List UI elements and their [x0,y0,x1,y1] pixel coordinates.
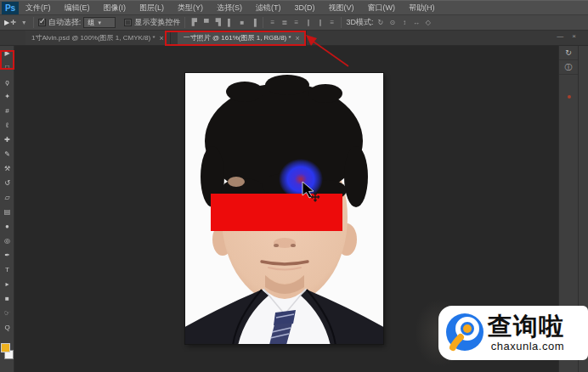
distribute-right-icon[interactable]: ≡ [327,19,336,26]
annotation-box-active-tab [165,31,306,46]
chaxunla-logo-icon [444,312,486,354]
tools-panel: ▶ □ ϙ ✦ # ℓ ✚ ✎ ⚒ ↺ ▱ ▤ ● ◎ ✒ T ▸ ■ ☞ Q [0,46,14,372]
tool-preset-dropdown-icon[interactable]: ▾ [20,19,29,26]
3d-rotate-icon[interactable]: ↻ [376,19,385,26]
minimize-icon[interactable]: — [557,32,563,40]
show-transform-checkbox[interactable] [124,19,132,26]
checkmark-icon: ✓ [39,16,46,25]
blue-paint-blob [279,158,323,199]
align-right-icon[interactable]: ▜ [213,19,223,26]
3d-scale-icon[interactable]: ◇ [423,19,433,26]
photoshop-window: Ps 文件(F) 编辑(E) 图像(I) 图层(L) 类型(Y) 选择(S) 滤… [0,0,588,372]
red-censor-bar [211,194,342,231]
document-tab-1-label: 1寸Alvin.psd @ 100%(图层 1, CMYK/8) * [31,33,155,42]
path-selection-tool[interactable]: ▸ [0,277,14,291]
eyedropper-tool[interactable]: ℓ [0,118,14,132]
auto-select-checkbox[interactable]: ✓ [38,19,46,26]
red-dot-artifact [568,95,571,99]
portrait-photo [185,73,383,344]
healing-brush-tool[interactable]: ✚ [0,132,14,147]
distribute-bottom-icon[interactable]: ≡ [291,19,301,26]
history-brush-tool[interactable]: ↺ [0,176,14,190]
watermark-site-domain: chaxunla.com [491,340,564,352]
auto-select-label: 自动选择: [48,17,82,28]
lasso-tool[interactable]: ϙ [0,75,14,89]
auto-select-target-dropdown[interactable]: 组 ▾ [83,17,116,28]
info-panel-icon[interactable]: ⓘ [559,60,578,75]
tool-options-bar: ▶✛ ▾ ✓ 自动选择: 组 ▾ 显示变换控件 ▛ ▀ ▜ ▌ ■ ▐ ≡ [0,14,588,31]
align-h-center-icon[interactable]: ▀ [201,19,211,26]
hand-tool[interactable]: ☞ [0,306,14,320]
color-swatches [0,340,14,365]
foreground-color-swatch[interactable] [1,343,10,352]
clone-stamp-tool[interactable]: ⚒ [0,161,14,176]
3d-roll-icon[interactable]: ⊙ [387,19,397,26]
menu-3d[interactable]: 3D(D) [288,1,322,15]
blur-tool[interactable]: ● [0,219,14,234]
watermark-site-name: 查询啦 [488,313,564,339]
annotation-box-move-tool [0,50,14,70]
annotation-arrow [299,32,353,70]
menu-filter[interactable]: 滤镜(T) [249,1,288,15]
align-v-center-icon[interactable]: ■ [237,19,246,26]
quick-selection-tool[interactable]: ✦ [0,89,14,104]
align-left-icon[interactable]: ▛ [189,19,199,26]
align-bottom-icon[interactable]: ▐ [249,19,258,26]
menu-bar: Ps 文件(F) 编辑(E) 图像(I) 图层(L) 类型(Y) 选择(S) 滤… [0,0,588,14]
menu-help[interactable]: 帮助(H) [402,1,442,15]
gradient-tool[interactable]: ▤ [0,205,14,219]
menu-type[interactable]: 类型(Y) [171,1,210,15]
photoshop-logo: Ps [2,2,19,14]
close-icon[interactable]: × [160,34,164,42]
align-top-icon[interactable]: ▌ [225,19,235,26]
close-icon[interactable]: × [572,32,576,40]
menu-file[interactable]: 文件(F) [19,1,58,15]
document-tab-1[interactable]: 1寸Alvin.psd @ 100%(图层 1, CMYK/8) * × [25,31,171,45]
menu-edit[interactable]: 编辑(E) [58,1,97,15]
photo-document[interactable] [185,73,383,344]
mode3d-label: 3D模式: [346,17,373,28]
eraser-tool[interactable]: ▱ [0,190,14,205]
crop-tool[interactable]: # [0,104,14,118]
menu-window[interactable]: 窗口(W) [361,1,403,15]
zoom-tool[interactable]: Q [0,320,14,335]
pen-tool[interactable]: ✒ [0,248,14,262]
distribute-left-icon[interactable]: ∥ [303,19,313,26]
move-tool-icon[interactable]: ▶✛ [4,19,17,26]
3d-slide-icon[interactable]: ↔ [411,19,421,26]
brush-tool[interactable]: ✎ [0,147,14,161]
menu-layer[interactable]: 图层(L) [133,1,171,15]
history-panel-icon[interactable]: ↻ [559,46,578,60]
distribute-top-icon[interactable]: ≡ [268,19,277,26]
shape-tool[interactable]: ■ [0,291,14,306]
dodge-tool[interactable]: ◎ [0,234,14,248]
auto-select-value: 组 [88,18,94,27]
show-transform-label: 显示变换控件 [134,17,180,28]
distribute-v-center-icon[interactable]: ≣ [280,19,289,26]
menu-view[interactable]: 视图(V) [322,1,361,15]
watermark-badge: 查询啦 chaxunla.com [438,306,588,360]
3d-drag-icon[interactable]: ↕ [399,19,409,26]
distribute-h-center-icon[interactable]: ∥ [315,19,325,26]
type-tool[interactable]: T [0,262,14,277]
chevron-down-icon: ▾ [98,20,101,26]
window-controls: — × [557,32,576,40]
menu-select[interactable]: 选择(S) [210,1,249,15]
menu-image[interactable]: 图像(I) [97,1,133,15]
